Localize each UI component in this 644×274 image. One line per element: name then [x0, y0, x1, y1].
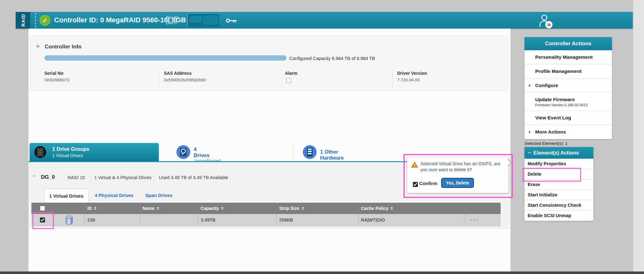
- configured-capacity-text: Configured Capacity 6.984 TB of 6.984 TB: [289, 56, 375, 61]
- warning-icon: !: [411, 162, 418, 168]
- other-hardware-icon: [303, 145, 317, 159]
- menu-item-erase[interactable]: Erase: [525, 179, 593, 190]
- menu-item-more-actions[interactable]: ‹ More Actions: [525, 125, 612, 139]
- dialog-message: Selected Virtual Drive has an OS/FS, are…: [420, 161, 505, 173]
- collapse-icon[interactable]: −: [528, 150, 531, 156]
- controller-info-title: Controller Info: [45, 44, 81, 50]
- sas-address-value: 0x500062b2085d2b80: [164, 78, 206, 82]
- menu-item-configure[interactable]: ‹ Configure: [525, 79, 612, 93]
- key-icon[interactable]: [226, 18, 237, 25]
- raid-vertical-tab[interactable]: RAID: [16, 12, 30, 29]
- yes-delete-button[interactable]: Yes, Delete: [441, 178, 474, 188]
- delete-confirm-dialog: ! Selected Virtual Drive has an OS/FS, a…: [407, 157, 509, 193]
- element-actions-title: Element(s) Actions: [534, 150, 579, 156]
- firmware-version-text: Firmware Version 5.180.02-3512: [535, 103, 612, 107]
- drives-summary: 1 Virtual & 4 Physical Drives: [94, 175, 152, 180]
- confirm-label: Confirm: [419, 181, 437, 186]
- expand-icon[interactable]: +: [36, 42, 40, 51]
- serial-no-value: SKB3968073: [44, 78, 69, 82]
- divider: [392, 69, 393, 88]
- serial-no-label: Serial No: [44, 71, 64, 76]
- element-actions-panel: − Element(s) Actions Modify Properties D…: [525, 147, 593, 221]
- controller-card-image: [187, 14, 219, 27]
- alarm-label: Alarm: [285, 71, 297, 76]
- tab-other-hardware-title: 1 Other Hardware: [320, 149, 344, 161]
- menu-item-start-initialize[interactable]: Start Initialize: [525, 190, 593, 200]
- confirm-checkbox[interactable]: [413, 182, 418, 187]
- tab-drive-groups[interactable]: 1 Drive Groups 1 Virtual Drives: [30, 143, 159, 161]
- header-divider: [35, 13, 36, 28]
- menu-item-update-firmware[interactable]: Update Firmware Firmware Version 5.180.0…: [525, 93, 612, 111]
- chevron-left-icon: ‹: [529, 82, 530, 89]
- sort-icon: [94, 207, 97, 210]
- driver-version-label: Driver Version: [397, 71, 427, 76]
- session-timeout-badge: 30: [545, 21, 552, 28]
- collapse-icon[interactable]: −: [33, 173, 36, 179]
- physical-drive-icon: [176, 145, 191, 159]
- divider: [293, 145, 293, 159]
- sort-icon: [391, 207, 393, 210]
- column-header-capacity[interactable]: Capacity: [198, 203, 277, 214]
- table-header-row: ID Name Capacity Strip Size Cache Policy: [31, 203, 501, 214]
- usage-summary: Used 3.49 TB of 3.49 TB Available: [159, 175, 228, 180]
- page-right-margin: [633, 0, 644, 274]
- cell-name: [140, 214, 198, 226]
- sas-address-label: SAS Address: [164, 71, 192, 76]
- virtual-drive-icon: [65, 215, 73, 225]
- capacity-progress-bar: [44, 55, 286, 61]
- raid-label: RAID: [20, 14, 26, 27]
- divider: [90, 174, 91, 182]
- column-header-id[interactable]: ID: [85, 203, 140, 214]
- menu-item-modify-properties[interactable]: Modify Properties: [525, 159, 593, 169]
- divider: [159, 69, 159, 88]
- column-header-strip-size[interactable]: Strip Size: [277, 203, 358, 214]
- raid-level: RAID 10: [68, 175, 85, 180]
- window-bottom-edge: [0, 271, 644, 274]
- subtab-span-drives[interactable]: Span Drives: [145, 193, 173, 198]
- cell-strip-size: 256KB: [277, 214, 358, 226]
- controller-header: RAID ✓ Controller ID: 0 MegaRAID 9560-16…: [16, 12, 633, 29]
- sort-icon: [157, 207, 159, 210]
- driver-version-value: 7.720.04.00: [397, 78, 419, 82]
- menu-item-profile-management[interactable]: Profile Management: [525, 64, 612, 79]
- tab-drive-groups-title: 1 Drive Groups: [52, 146, 89, 152]
- menu-item-delete[interactable]: Delete: [525, 169, 593, 179]
- status-ok-icon: ✓: [40, 15, 50, 26]
- cell-cache-policy: RA|WT|DIO: [358, 214, 465, 226]
- row-menu-icon[interactable]: •••: [470, 217, 480, 223]
- select-all-checkbox[interactable]: [40, 206, 45, 211]
- chevron-left-icon: ‹: [529, 129, 530, 135]
- sort-icon: [221, 207, 224, 210]
- svg-text:!: !: [414, 163, 415, 167]
- alarm-checkbox[interactable]: [286, 78, 291, 83]
- sort-icon: [302, 207, 304, 210]
- divider: [154, 174, 154, 182]
- select-all-cell: [31, 203, 53, 214]
- subtab-virtual-drives[interactable]: 1 Virtual Drives: [44, 189, 89, 203]
- subtab-physical-drives[interactable]: 4 Physical Drives: [95, 193, 133, 198]
- cell-id: 238: [85, 214, 140, 226]
- menu-item-enable-scsi-unmap[interactable]: Enable SCSI Unmap: [525, 211, 593, 221]
- menu-item-personality-management[interactable]: Personality Management: [525, 50, 612, 64]
- controller-actions-title: Controller Actions: [525, 37, 612, 50]
- check-icon: ✓: [42, 17, 48, 24]
- dev-label: Dev 0: [166, 20, 179, 25]
- cell-capacity: 3.49TB: [198, 214, 277, 226]
- icon-column-header: [53, 203, 85, 214]
- bus-dev-info: Bus 81 Dev 0: [166, 15, 179, 25]
- user-menu[interactable]: 30: [538, 14, 554, 28]
- element-actions-header: − Element(s) Actions: [525, 147, 593, 159]
- column-header-name[interactable]: Name: [140, 203, 198, 214]
- controller-actions-panel: Controller Actions Personality Managemen…: [525, 37, 612, 139]
- megaraid-app: RAID ✓ Controller ID: 0 MegaRAID 9560-16…: [0, 0, 644, 274]
- row-actions-cell: •••: [465, 214, 501, 226]
- drive-group-icon: [34, 146, 47, 158]
- tab-drive-groups-subtitle: 1 Virtual Drives: [52, 153, 83, 158]
- column-header-cache-policy[interactable]: Cache Policy: [358, 203, 465, 214]
- table-row[interactable]: 238 3.49TB 256KB RA|WT|DIO •••: [31, 214, 501, 226]
- menu-item-start-consistency-check[interactable]: Start Consistency Check: [525, 200, 593, 211]
- row-icon-cell: [53, 214, 85, 226]
- row-checkbox[interactable]: [40, 217, 45, 222]
- menu-item-view-event-log[interactable]: View Event Log: [525, 111, 612, 125]
- drive-group-name[interactable]: DG_0: [41, 174, 55, 180]
